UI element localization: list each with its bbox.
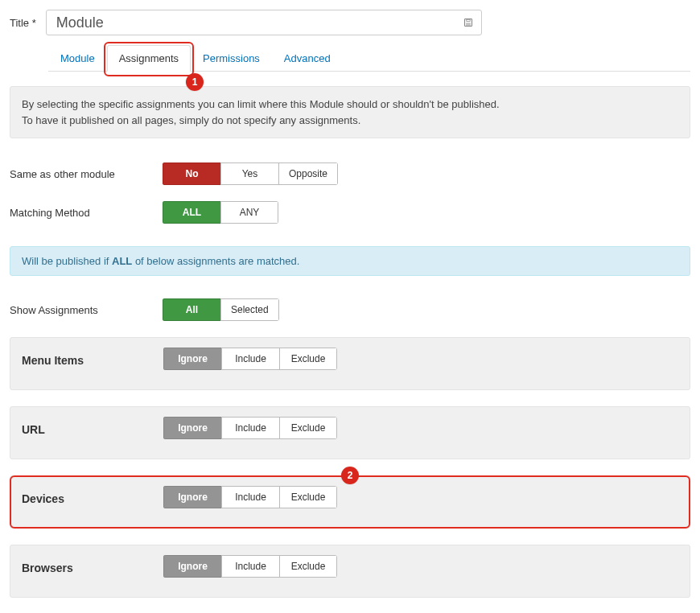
assign-block-url: URLIgnoreIncludeExclude [10, 406, 690, 459]
matching-opt-any[interactable]: ANY [220, 201, 278, 224]
hint-suffix: of below assignments are matched. [132, 255, 299, 267]
assign-opt-include[interactable]: Include [221, 486, 279, 508]
assign-opt-exclude[interactable]: Exclude [279, 417, 337, 439]
assign-opt-ignore[interactable]: Ignore [163, 555, 221, 578]
assign-opt-include[interactable]: Include [221, 348, 279, 370]
same-as-opt-yes[interactable]: Yes [220, 163, 278, 185]
tab-advanced[interactable]: Advanced [272, 45, 343, 72]
tab-module[interactable]: Module [48, 45, 107, 72]
assign-opt-include[interactable]: Include [221, 417, 279, 439]
show-assign-opt-selected[interactable]: Selected [220, 298, 279, 321]
same-as-label: Same as other module [10, 168, 163, 180]
hint-prefix: Will be published if [22, 255, 112, 267]
same-as-opt-opposite[interactable]: Opposite [278, 163, 338, 185]
svg-rect-1 [466, 23, 470, 26]
tab-assignments[interactable]: Assignments [107, 45, 191, 72]
info-box: By selecting the specific assignments yo… [10, 86, 690, 138]
title-input[interactable] [55, 14, 473, 31]
save-icon [463, 18, 473, 27]
same-as-segmented: NoYesOpposite [163, 163, 338, 185]
title-input-wrap[interactable] [46, 10, 482, 35]
assign-opt-ignore[interactable]: Ignore [163, 348, 221, 370]
assign-label: Menu Items [22, 354, 163, 367]
tab-bar: ModuleAssignmentsPermissionsAdvanced [48, 45, 690, 72]
assign-opt-exclude[interactable]: Exclude [279, 555, 337, 578]
show-assign-opt-all[interactable]: All [163, 298, 220, 321]
assign-label: URL [22, 423, 163, 436]
assign-opt-ignore[interactable]: Ignore [163, 486, 221, 508]
hint-bold: ALL [112, 255, 132, 267]
assign-segmented: IgnoreIncludeExclude [163, 555, 337, 578]
hint-box: Will be published if ALL of below assign… [10, 246, 690, 276]
assign-opt-include[interactable]: Include [221, 555, 279, 578]
assign-block-menu-items: Menu ItemsIgnoreIncludeExclude [10, 337, 690, 390]
assign-segmented: IgnoreIncludeExclude [163, 417, 337, 439]
assign-block-devices: DevicesIgnoreIncludeExclude [10, 475, 690, 529]
matching-opt-all[interactable]: ALL [163, 201, 220, 224]
show-assign-segmented: AllSelected [163, 298, 279, 321]
assign-opt-exclude[interactable]: Exclude [279, 486, 337, 508]
assign-label: Browsers [22, 562, 163, 574]
assign-label: Devices [22, 492, 163, 505]
assign-block-browsers: BrowsersIgnoreIncludeExclude [10, 545, 690, 598]
tab-permissions[interactable]: Permissions [191, 45, 272, 72]
same-as-opt-no[interactable]: No [163, 163, 220, 185]
show-assign-label: Show Assignments [10, 304, 163, 316]
matching-segmented: ALLANY [163, 201, 278, 224]
assign-opt-exclude[interactable]: Exclude [279, 348, 337, 370]
assign-opt-ignore[interactable]: Ignore [163, 417, 221, 439]
assign-segmented: IgnoreIncludeExclude [163, 486, 337, 508]
info-line-2: To have it published on all pages, simpl… [22, 113, 678, 129]
info-line-1: By selecting the specific assignments yo… [22, 97, 678, 113]
title-label: Title * [10, 17, 36, 29]
assign-segmented: IgnoreIncludeExclude [163, 348, 337, 370]
svg-rect-2 [467, 19, 471, 21]
matching-label: Matching Method [10, 207, 163, 219]
